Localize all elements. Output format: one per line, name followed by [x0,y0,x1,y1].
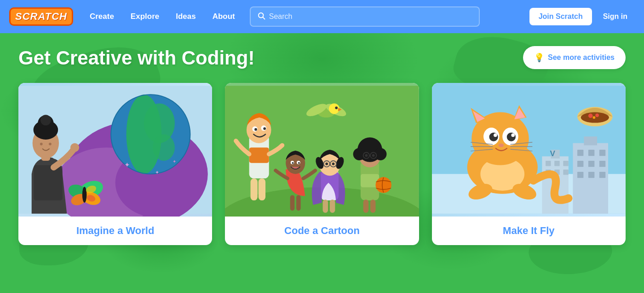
svg-rect-100 [599,172,605,178]
svg-rect-96 [588,161,594,167]
svg-rect-99 [588,172,594,178]
cards-row: ✦ ✦ ✦ [18,83,626,245]
svg-point-121 [588,113,593,118]
svg-rect-95 [577,161,583,167]
svg-point-78 [335,106,338,109]
scratch-logo[interactable]: SCRATCH [9,7,73,26]
svg-rect-73 [370,199,375,213]
svg-rect-58 [323,199,328,213]
svg-point-46 [298,162,300,164]
svg-rect-88 [563,170,568,175]
svg-rect-91 [584,136,597,145]
svg-point-18 [82,187,87,202]
hero-section: Get Creative with Coding! 💡 See more act… [0,33,644,293]
card-imagine-world[interactable]: ✦ ✦ ✦ [18,83,212,245]
card-make-fly[interactable]: V [432,83,626,245]
svg-point-123 [592,116,595,119]
nav-explore[interactable]: Explore [123,8,167,25]
card1-image: ✦ ✦ ✦ [18,83,212,217]
svg-point-71 [376,177,391,193]
svg-text:✦: ✦ [124,161,130,169]
join-scratch-button[interactable]: Join Scratch [529,8,592,25]
card-code-cartoon[interactable]: Code a Cartoon [225,83,419,245]
svg-point-29 [70,143,79,152]
svg-point-70 [372,154,375,157]
svg-point-106 [489,133,498,141]
svg-point-9 [153,134,175,160]
svg-point-107 [506,133,515,141]
svg-point-45 [292,162,294,164]
svg-point-56 [326,163,328,165]
search-input[interactable] [269,12,472,21]
svg-rect-92 [577,150,583,156]
svg-rect-83 [546,161,551,166]
card2-illustration [225,83,419,217]
svg-point-109 [511,134,515,137]
svg-point-108 [494,134,497,137]
svg-rect-94 [599,150,605,156]
card1-illustration: ✦ ✦ ✦ [18,83,212,217]
svg-point-57 [332,163,335,165]
sign-in-button[interactable]: Sign in [596,8,635,25]
nav-links: Create Explore Ideas About [82,8,242,25]
card2-image [225,83,419,217]
nav-right: Join Scratch Sign in [529,8,635,25]
svg-rect-93 [588,150,594,156]
svg-rect-85 [563,161,568,166]
svg-text:V: V [550,149,555,158]
svg-point-40 [264,127,266,130]
svg-point-110 [498,144,503,147]
card2-label: Code a Cartoon [225,217,419,245]
svg-rect-21 [34,165,63,201]
svg-rect-35 [259,178,265,200]
svg-point-26 [40,115,51,125]
svg-point-69 [365,154,368,157]
card3-image: V [432,83,626,217]
svg-point-27 [40,143,43,146]
svg-point-39 [254,128,257,131]
nav-create[interactable]: Create [82,8,121,25]
see-more-label: See more activities [548,53,615,62]
svg-rect-47 [290,195,295,211]
card1-label: Imagine a World [18,217,212,245]
svg-rect-97 [599,161,605,167]
svg-point-41 [286,195,305,206]
svg-point-77 [329,103,339,114]
lightbulb-icon: 💡 [534,53,544,63]
search-icon [257,12,265,22]
svg-rect-59 [330,199,335,213]
svg-text:✦: ✦ [172,159,176,164]
logo-wrap[interactable]: SCRATCH [9,7,73,26]
svg-point-28 [49,143,52,146]
svg-rect-48 [296,195,301,211]
card3-illustration: V [432,83,626,217]
svg-rect-72 [363,199,368,213]
card3-label: Make It Fly [432,217,626,245]
svg-rect-34 [251,178,258,200]
search-bar[interactable] [250,6,480,27]
svg-text:✦: ✦ [155,170,159,175]
nav-about[interactable]: About [205,8,242,25]
svg-rect-98 [577,172,583,178]
svg-point-122 [595,113,599,117]
nav-ideas[interactable]: Ideas [168,8,203,25]
svg-line-1 [263,17,264,19]
navbar: SCRATCH Create Explore Ideas About Join … [0,0,644,33]
svg-rect-33 [249,147,269,163]
svg-rect-84 [554,161,559,166]
see-more-activities-button[interactable]: 💡 See more activities [523,46,626,69]
